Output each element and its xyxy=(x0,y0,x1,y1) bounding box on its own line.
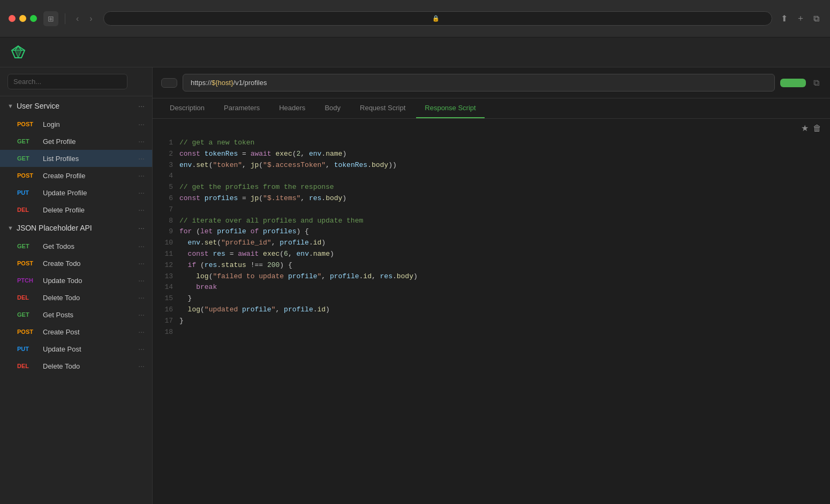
request-menu-button[interactable]: ··· xyxy=(138,137,145,146)
url-path: /v1/profiles xyxy=(233,79,267,87)
copy-button[interactable]: ⧉ xyxy=(811,76,821,90)
tab-response-script[interactable]: Response Script xyxy=(416,98,484,118)
request-name: Login xyxy=(43,120,133,128)
request-name: Delete Todo xyxy=(43,362,133,370)
request-menu-button[interactable]: ··· xyxy=(138,293,145,302)
request-menu-button[interactable]: ··· xyxy=(138,259,145,268)
request-item[interactable]: PUT Update Post ··· xyxy=(0,340,152,357)
request-menu-button[interactable]: ··· xyxy=(138,205,145,214)
forward-button[interactable]: › xyxy=(85,12,96,26)
request-item[interactable]: POST Create Post ··· xyxy=(0,323,152,340)
request-item[interactable]: DEL Delete Todo ··· xyxy=(0,289,152,306)
request-menu-button[interactable]: ··· xyxy=(138,188,145,197)
request-menu-button[interactable]: ··· xyxy=(138,154,145,163)
request-menu-button[interactable]: ··· xyxy=(138,276,145,285)
line-number: 18 xyxy=(161,327,173,338)
method-badge: POST xyxy=(17,121,37,127)
request-menu-button[interactable]: ··· xyxy=(138,345,145,353)
app-logo xyxy=(11,45,31,60)
method-badge: POST xyxy=(17,172,37,179)
code-line: // get the profiles from the response xyxy=(179,182,819,193)
send-button[interactable] xyxy=(780,79,806,87)
request-menu-button[interactable]: ··· xyxy=(138,171,145,180)
code-line: } xyxy=(179,293,819,304)
tab-switcher-icon[interactable]: ⊞ xyxy=(43,11,58,26)
code-line: log("failed to update profile", profile.… xyxy=(179,271,819,282)
tab-headers[interactable]: Headers xyxy=(270,98,314,118)
request-menu-button[interactable]: ··· xyxy=(138,327,145,336)
request-item[interactable]: DEL Delete Todo ··· xyxy=(0,357,152,375)
duplicate-tab-icon[interactable]: ⧉ xyxy=(811,11,821,26)
trash-button[interactable]: 🗑 xyxy=(813,123,821,133)
code-line xyxy=(179,327,819,338)
star-button[interactable]: ★ xyxy=(801,123,809,133)
method-badge: PUT xyxy=(17,189,37,196)
method-badge: PTCH xyxy=(17,277,37,284)
line-number: 5 xyxy=(161,182,173,193)
request-name: Update Profile xyxy=(43,189,133,197)
browser-actions: ⬆ ＋ ⧉ xyxy=(779,11,821,26)
request-menu-button[interactable]: ··· xyxy=(138,310,145,319)
close-button[interactable] xyxy=(9,15,16,22)
request-item[interactable]: POST Create Todo ··· xyxy=(0,255,152,272)
back-button[interactable]: ‹ xyxy=(72,12,83,26)
new-tab-icon[interactable]: ＋ xyxy=(794,11,807,26)
line-number: 17 xyxy=(161,316,173,327)
request-item[interactable]: GET Get Profile ··· xyxy=(0,133,152,150)
browser-chrome: ⊞ ‹ › 🔒 ⬆ ＋ ⧉ xyxy=(0,0,830,37)
request-item[interactable]: GET Get Posts ··· xyxy=(0,306,152,323)
collection-header[interactable]: ▼ User Service ··· xyxy=(0,96,152,116)
method-selector[interactable] xyxy=(161,78,177,88)
sidebar-search-area xyxy=(0,67,152,96)
request-menu-button[interactable]: ··· xyxy=(138,362,145,370)
app-header xyxy=(0,37,830,67)
request-item[interactable]: GET Get Todos ··· xyxy=(0,238,152,255)
code-block: 123456789101112131415161718 // get a new… xyxy=(153,138,830,348)
method-badge: POST xyxy=(17,260,37,266)
tab-body[interactable]: Body xyxy=(316,98,349,118)
share-icon[interactable]: ⬆ xyxy=(779,11,790,26)
request-item[interactable]: GET List Profiles ··· xyxy=(0,150,152,167)
request-menu-button[interactable]: ··· xyxy=(138,242,145,250)
collection-header[interactable]: ▼ JSON Placeholder API ··· xyxy=(0,218,152,238)
collection-menu-button[interactable]: ··· xyxy=(138,102,145,110)
request-item[interactable]: POST Login ··· xyxy=(0,116,152,133)
line-number: 2 xyxy=(161,149,173,160)
request-item[interactable]: PTCH Update Todo ··· xyxy=(0,272,152,289)
tab-request-script[interactable]: Request Script xyxy=(351,98,414,118)
url-input[interactable]: https://${host}/v1/profiles xyxy=(183,74,775,91)
chevron-down-icon: ▼ xyxy=(7,225,13,231)
request-name: Delete Profile xyxy=(43,206,133,214)
line-number: 10 xyxy=(161,238,173,249)
url-host-var: ${host} xyxy=(212,79,233,87)
line-number: 11 xyxy=(161,249,173,260)
code-line: env.set("token", jp("$.accessToken", tok… xyxy=(179,160,819,171)
menu-button[interactable] xyxy=(140,80,145,84)
request-name: Get Posts xyxy=(43,311,133,319)
line-number: 1 xyxy=(161,138,173,149)
collection-menu-button[interactable]: ··· xyxy=(138,224,145,232)
request-name: Update Post xyxy=(43,345,133,353)
request-name: Get Todos xyxy=(43,242,133,250)
line-number: 8 xyxy=(161,216,173,227)
request-item[interactable]: DEL Delete Profile ··· xyxy=(0,201,152,218)
address-bar[interactable]: 🔒 xyxy=(103,11,772,26)
tab-description[interactable]: Description xyxy=(161,98,213,118)
search-input[interactable] xyxy=(7,74,127,89)
request-item[interactable]: POST Create Profile ··· xyxy=(0,167,152,184)
line-number: 15 xyxy=(161,293,173,304)
line-number: 4 xyxy=(161,171,173,182)
request-name: List Profiles xyxy=(43,155,133,163)
request-menu-button[interactable]: ··· xyxy=(138,120,145,128)
tab-parameters[interactable]: Parameters xyxy=(215,98,268,118)
method-badge: PUT xyxy=(17,346,37,352)
add-collection-button[interactable] xyxy=(132,80,136,84)
maximize-button[interactable] xyxy=(30,15,37,22)
code-line: for (let profile of profiles) { xyxy=(179,226,819,238)
request-item[interactable]: PUT Update Profile ··· xyxy=(0,184,152,201)
tabs-bar: Description Parameters Headers Body Requ… xyxy=(153,98,830,119)
minimize-button[interactable] xyxy=(19,15,26,22)
traffic-lights xyxy=(9,15,37,22)
editor-toolbar: ★ 🗑 xyxy=(153,119,830,138)
method-badge: DEL xyxy=(17,207,37,213)
